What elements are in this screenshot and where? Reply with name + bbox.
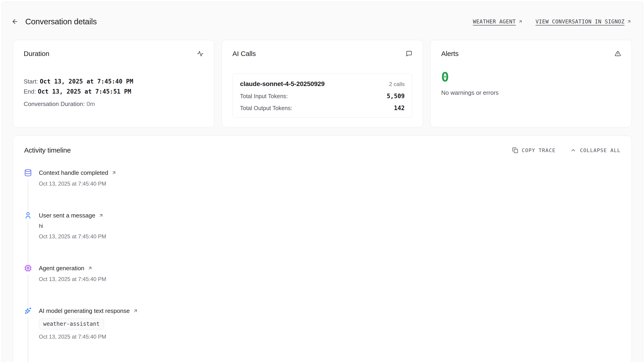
view-conversation-link-label: VIEW CONVERSATION IN SIGNOZ (536, 18, 624, 24)
sparkles-icon (24, 307, 32, 315)
output-tokens-label: Total Output Tokens: (240, 105, 292, 112)
timeline-connector (28, 179, 28, 211)
copy-trace-label: COPY TRACE (522, 148, 556, 153)
end-label: End: (24, 88, 36, 95)
copy-trace-button[interactable]: COPY TRACE (512, 147, 556, 153)
activity-icon (197, 50, 204, 57)
weather-agent-link-label: WEATHER AGENT (473, 18, 516, 24)
timeline-connector (28, 222, 28, 264)
conversation-duration-label: Conversation Duration: (24, 100, 85, 107)
arrow-up-right-icon (518, 19, 523, 24)
timeline-rail (24, 211, 32, 264)
timeline-connector (28, 317, 28, 362)
header-links: WEATHER AGENT VIEW CONVERSATION IN SIGNO… (473, 18, 631, 24)
page-title: Conversation details (25, 17, 97, 26)
message-square-icon (406, 50, 412, 57)
arrow-up-right-icon (112, 170, 116, 175)
alerts-message: No warnings or errors (441, 89, 621, 96)
timeline-item-link[interactable]: User sent a message (39, 211, 106, 219)
alerts-card-title: Alerts (441, 50, 459, 58)
timeline-connector (28, 274, 28, 307)
conversation-duration-row: Conversation Duration:0m (24, 99, 204, 109)
arrow-up-right-icon (98, 213, 104, 218)
model-calls-count: 2 calls (389, 81, 405, 87)
model-name: claude-sonnet-4-5-20250929 (240, 80, 324, 88)
timeline-item: Agent generationOct 13, 2025 at 7:45:40 … (24, 264, 620, 307)
duration-card: Duration Start:Oct 13, 2025 at 7:45:40 P… (13, 40, 214, 127)
chevron-up-icon (570, 147, 576, 153)
timeline-item-title: User sent a message (39, 211, 95, 219)
timeline-item-link[interactable]: AI model generating text response (39, 307, 138, 315)
timeline-item-timestamp: Oct 13, 2025 at 7:45:40 PM (39, 275, 106, 283)
alerts-count: 0 (441, 70, 621, 83)
arrow-up-right-icon (627, 19, 631, 24)
duration-end-row: End:Oct 13, 2025 at 7:45:51 PM (24, 86, 204, 97)
timeline-item-link[interactable]: Context handle completed (39, 169, 116, 177)
ai-calls-card-title: AI Calls (232, 50, 256, 58)
start-label: Start: (24, 78, 38, 85)
arrow-up-right-icon (133, 308, 138, 313)
timeline-item: Context handle completedOct 13, 2025 at … (24, 169, 620, 211)
timeline-item-timestamp: Oct 13, 2025 at 7:45:40 PM (39, 180, 116, 188)
view-conversation-in-signoz-link[interactable]: VIEW CONVERSATION IN SIGNOZ (536, 18, 631, 24)
timeline-item-title: AI model generating text response (39, 307, 130, 315)
timeline-item: AI model generating text responseweather… (24, 307, 620, 362)
output-tokens-value: 142 (394, 105, 405, 112)
alerts-card: Alerts 0 No warnings or errors (430, 40, 632, 127)
ai-calls-card: AI Calls claude-sonnet-4-5-20250929 2 ca… (222, 40, 423, 127)
activity-timeline-title: Activity timeline (24, 146, 71, 154)
timeline-item-title: Agent generation (39, 264, 84, 272)
back-button[interactable] (12, 18, 19, 25)
triangle-alert-icon (614, 50, 621, 57)
page-header: Conversation details WEATHER AGENT VIEW … (2, 2, 643, 39)
timeline-item-body: hi (39, 222, 106, 229)
timeline-rail (24, 264, 32, 307)
duration-card-title: Duration (24, 50, 50, 58)
user-icon (24, 211, 32, 219)
collapse-all-button[interactable]: COLLAPSE ALL (570, 147, 620, 153)
copy-icon (512, 147, 518, 153)
collapse-all-label: COLLAPSE ALL (580, 148, 620, 153)
timeline-rail (24, 169, 32, 211)
timeline-item-badge: weather-assistant (39, 318, 104, 330)
input-tokens-value: 5,509 (387, 93, 405, 100)
start-value: Oct 13, 2025 at 7:45:40 PM (40, 78, 133, 85)
model-usage-box: claude-sonnet-4-5-20250929 2 calls Total… (232, 74, 412, 118)
duration-start-row: Start:Oct 13, 2025 at 7:45:40 PM (24, 76, 204, 86)
conversation-details-page: Conversation details WEATHER AGENT VIEW … (2, 1, 643, 362)
weather-agent-link[interactable]: WEATHER AGENT (473, 18, 523, 24)
end-value: Oct 13, 2025 at 7:45:51 PM (38, 88, 131, 95)
timeline-item-timestamp: Oct 13, 2025 at 7:45:40 PM (39, 233, 106, 240)
arrow-left-icon (12, 18, 18, 25)
timeline-item: User sent a messagehiOct 13, 2025 at 7:4… (24, 211, 620, 264)
cpu-icon (24, 264, 32, 272)
activity-timeline-panel: Activity timeline COPY TRACE COLLAPSE AL… (13, 136, 632, 362)
arrow-up-right-icon (88, 266, 92, 271)
input-tokens-label: Total Input Tokens: (240, 93, 288, 100)
timeline-rail (24, 307, 32, 362)
timeline-item-link[interactable]: Agent generation (39, 264, 106, 272)
timeline-item-title: Context handle completed (39, 169, 108, 177)
timeline-item-timestamp: Oct 13, 2025 at 7:45:40 PM (39, 333, 138, 341)
database-icon (24, 169, 32, 177)
summary-cards: Duration Start:Oct 13, 2025 at 7:45:40 P… (2, 39, 643, 127)
timeline-list: Context handle completedOct 13, 2025 at … (24, 169, 620, 362)
conversation-duration-value: 0m (86, 100, 95, 107)
